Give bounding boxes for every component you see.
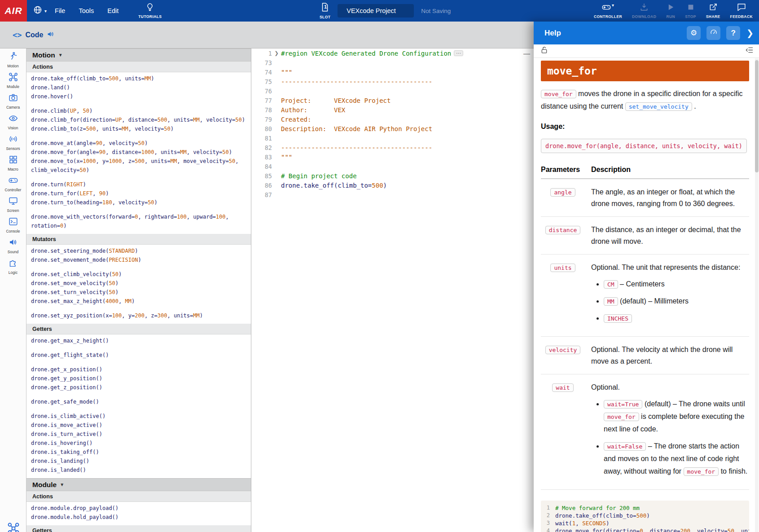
palette-command[interactable]: drone.is_turn_active() — [26, 430, 251, 439]
editor-line[interactable]: 82--------------------------------------… — [251, 143, 534, 152]
palette-command[interactable]: drone.is_taking_off() — [26, 448, 251, 457]
sidebar-item-screen[interactable]: Screen — [0, 193, 26, 214]
menu-edit[interactable]: Edit — [107, 7, 118, 14]
share-button[interactable]: SHARE — [706, 3, 720, 19]
editor-line[interactable]: 74""" — [251, 67, 534, 77]
palette-command[interactable]: drone.set_turn_velocity(50) — [26, 288, 251, 297]
fold-chevron-icon[interactable]: ❯ — [272, 50, 281, 56]
section-title: Motion — [32, 51, 55, 59]
palette-command[interactable]: drone.get_safe_mode() — [26, 397, 251, 406]
palette-command[interactable]: drone.set_steering_mode(STANDARD) — [26, 246, 251, 255]
palette-command[interactable]: drone.module.drop_payload() — [26, 504, 251, 513]
editor-line[interactable]: 79Created: — [251, 114, 534, 124]
minimize-icon[interactable]: — — [523, 49, 530, 57]
menu-file[interactable]: File — [55, 7, 65, 14]
editor-line[interactable]: 1❯#region VEXcode Generated Drone Config… — [251, 48, 534, 58]
feedback-button[interactable]: FEEDBACK — [730, 3, 753, 19]
sidebar-item-camera[interactable]: Camera — [0, 90, 26, 110]
collapse-chevron-icon[interactable]: ❯ — [746, 28, 754, 38]
palette-command[interactable]: drone.get_x_position() — [26, 365, 251, 374]
palette-command[interactable]: drone.get_flight_state() — [26, 351, 251, 360]
palette-command[interactable]: drone.turn(RIGHT) — [26, 180, 251, 189]
editor-line[interactable]: 73 — [251, 58, 534, 67]
palette-command[interactable]: drone.move_at(angle=90, velocity=50) — [26, 139, 251, 148]
sidebar-item-motion[interactable]: Motion — [0, 48, 26, 69]
palette-command[interactable]: drone.climb_for(direction=UP, distance=5… — [26, 115, 251, 124]
palette-command[interactable]: drone.is_move_active() — [26, 421, 251, 430]
palette-command[interactable]: drone.is_hovering() — [26, 439, 251, 448]
editor-line[interactable]: 84 — [251, 162, 534, 171]
palette-command[interactable]: drone.move_to(x=1000, y=1000, z=500, uni… — [26, 157, 251, 175]
palette-command[interactable]: drone.module.hold_payload() — [26, 513, 251, 522]
sidebar-item-label: Vision — [8, 126, 18, 130]
palette-command[interactable]: drone.get_max_z_height() — [26, 336, 251, 345]
code-link[interactable]: set_move_velocity — [625, 102, 692, 111]
sidebar-item-console[interactable]: Console — [0, 214, 26, 234]
editor-line[interactable]: 76 — [251, 86, 534, 96]
settings-gear-icon[interactable]: ⚙ — [687, 26, 701, 40]
help-scrollbar-thumb[interactable] — [755, 60, 759, 172]
project-name-field[interactable]: VEXcode Project — [338, 4, 414, 18]
palette-command[interactable]: drone.set_movement_mode(PRECISION) — [26, 255, 251, 264]
palette-command[interactable]: drone.take_off(climb_to=500, units=MM) — [26, 74, 251, 83]
palette-command[interactable]: drone.move_with_vectors(forward=0, right… — [26, 212, 251, 230]
language-selector[interactable]: ▾ — [33, 5, 47, 16]
example-line: 2drone.take_off(climb_to=500) — [541, 512, 749, 519]
palette-command[interactable]: drone.get_z_position() — [26, 383, 251, 392]
sidebar-item-vision[interactable]: Vision — [0, 110, 26, 131]
sidebar-item-controller[interactable]: Controller — [0, 172, 26, 193]
sidebar-item-macro[interactable]: Macro — [0, 152, 26, 172]
palette-command[interactable]: drone.set_move_velocity(50) — [26, 279, 251, 288]
sidebar-item-module[interactable]: Module — [0, 69, 26, 90]
palette-command[interactable]: drone.climb_to(z=500, units=MM, velocity… — [26, 124, 251, 133]
palette-command[interactable]: drone.is_landed() — [26, 466, 251, 475]
palette-command[interactable]: drone.climb(UP, 50) — [26, 106, 251, 115]
slot-button[interactable]: 1 SLOT — [320, 2, 330, 19]
palette-command[interactable]: drone.hover() — [26, 92, 251, 101]
editor-line[interactable]: 86drone.take_off(climb_to=500) — [251, 180, 534, 190]
code-tab[interactable]: <> Code — [13, 30, 55, 40]
palette-command[interactable]: drone.set_climb_velocity(50) — [26, 270, 251, 279]
editor-line[interactable]: 75--------------------------------------… — [251, 77, 534, 86]
code-editor[interactable]: 1❯#region VEXcode Generated Drone Config… — [251, 48, 534, 532]
run-button[interactable]: RUN — [666, 3, 675, 19]
sidebar-item-sound[interactable]: Sound — [0, 234, 26, 255]
tutorials-button[interactable]: TUTORIALS — [138, 3, 162, 19]
folded-region-ellipsis[interactable]: ⋯ — [454, 50, 463, 56]
editor-line[interactable]: 81 — [251, 133, 534, 143]
editor-line[interactable]: 87 — [251, 190, 534, 199]
unlock-icon[interactable] — [540, 46, 548, 56]
palette-command[interactable]: drone.is_climb_active() — [26, 412, 251, 421]
palette-command[interactable]: drone.get_y_position() — [26, 374, 251, 383]
controller-button[interactable]: ▾CONTROLLER — [594, 3, 622, 19]
help-title: Help — [544, 29, 681, 38]
command-group: drone.take_off(climb_to=500, units=MM)dr… — [26, 72, 251, 105]
palette-section-module[interactable]: Module▼ — [26, 478, 251, 491]
sidebar-item-sensors[interactable]: Sensors — [0, 131, 26, 152]
drone-config-icon[interactable] — [0, 522, 26, 532]
speed-gauge-icon[interactable] — [706, 26, 720, 40]
download-button[interactable]: DOWNLOAD — [632, 3, 656, 19]
question-mark-icon[interactable]: ? — [726, 26, 740, 40]
palette-command[interactable]: drone.turn_to(heading=180, velocity=50) — [26, 198, 251, 207]
editor-line[interactable]: 78Author: VEX — [251, 105, 534, 114]
sidebar-item-label: Sensors — [6, 146, 20, 151]
feedback-icon — [737, 3, 746, 13]
dock-left-arrow-icon[interactable] — [745, 46, 754, 56]
editor-line[interactable]: 83""" — [251, 152, 534, 162]
palette-command[interactable]: drone.land() — [26, 83, 251, 92]
editor-line[interactable]: 77Project: VEXcode Project — [251, 96, 534, 105]
stop-button[interactable]: STOP — [685, 3, 696, 19]
editor-line[interactable]: 85# Begin project code — [251, 171, 534, 180]
sidebar-item-logic[interactable]: Logic — [0, 255, 26, 276]
palette-command[interactable]: drone.set_max_z_height(4000, MM) — [26, 297, 251, 306]
speaker-icon[interactable] — [47, 30, 55, 40]
palette-command[interactable]: drone.is_landing() — [26, 457, 251, 466]
palette-command[interactable]: drone.move_for(angle=90, distance=1000, … — [26, 148, 251, 157]
download-icon — [640, 3, 649, 13]
menu-tools[interactable]: Tools — [79, 7, 94, 14]
palette-command[interactable]: drone.turn_for(LEFT, 90) — [26, 189, 251, 198]
palette-section-motion[interactable]: Motion▼ — [26, 48, 251, 62]
palette-command[interactable]: drone.set_xyz_position(x=100, y=200, z=3… — [26, 311, 251, 320]
editor-line[interactable]: 80Description: VEXcode AIR Python Projec… — [251, 124, 534, 133]
